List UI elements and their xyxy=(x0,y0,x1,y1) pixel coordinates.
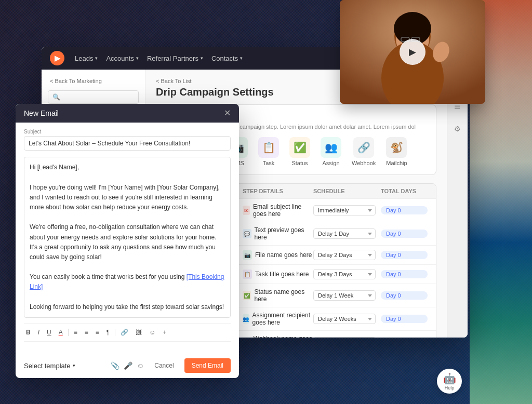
text-color-button[interactable]: A xyxy=(57,328,65,337)
step-detail-2: 💬 Text preview goes here xyxy=(243,226,313,241)
align-center-button[interactable]: ≡ xyxy=(83,328,90,337)
step-type-assign[interactable]: 👥 Assign xyxy=(321,137,341,166)
microphone-icon[interactable]: 🎤 xyxy=(124,361,132,370)
modal-footer: Select template ▾ 📎 🎤 ☺ Cancel Send Emai… xyxy=(16,353,239,378)
play-button[interactable]: ▶ xyxy=(400,39,425,65)
nav-items: Leads ▾ Accounts ▾ Referral Partners ▾ C… xyxy=(75,55,243,62)
schedule-select-3[interactable]: Delay 2 Days xyxy=(313,250,376,260)
editor-toolbar: B I U A ≡ ≡ ≡ ¶ 🔗 🖼 ☺ + xyxy=(24,323,231,342)
schedule-select-4[interactable]: Delay 3 Days xyxy=(313,269,376,279)
nav-referral-partners[interactable]: Referral Partners ▾ xyxy=(147,55,203,62)
modal-header: New Email ✕ xyxy=(16,104,239,123)
bold-button[interactable]: B xyxy=(24,328,33,337)
day-badge-6: Day 0 xyxy=(381,315,428,323)
help-label: Help xyxy=(445,385,455,390)
step-detail-6: 👥 Assignment recipient goes here xyxy=(243,312,313,326)
email-body-para1: I hope you're doing well! I'm [Your Name… xyxy=(30,183,225,213)
modal-body: Subject Hi [Lead's Name], I hope you're … xyxy=(16,123,239,353)
step-type-task[interactable]: 📋 Task xyxy=(258,137,279,166)
email-body-para3: You can easily book a time that works be… xyxy=(30,272,225,292)
step-type-status[interactable]: ✅ Status xyxy=(289,137,310,166)
underline-button[interactable]: U xyxy=(45,328,54,337)
paragraph-button[interactable]: ¶ xyxy=(104,328,112,337)
modal-title: New Email xyxy=(24,109,59,117)
nav-accounts[interactable]: Accounts ▾ xyxy=(106,55,138,62)
italic-button[interactable]: I xyxy=(36,328,42,337)
step-detail-4: 📋 Task title goes here xyxy=(243,270,313,279)
settings-icon[interactable]: ⚙ xyxy=(450,122,465,136)
day-badge-4: Day 0 xyxy=(381,270,428,278)
subject-label: Subject xyxy=(24,129,231,134)
day-badge-1: Day 0 xyxy=(381,206,428,214)
modal-close-button[interactable]: ✕ xyxy=(224,109,231,117)
schedule-select-1[interactable]: Immediately Delay 1 Day Delay 2 Days xyxy=(313,205,376,216)
subject-input[interactable] xyxy=(24,136,231,151)
back-to-marketing[interactable]: < Back To Marketing xyxy=(42,76,145,90)
day-badge-5: Day 0 xyxy=(381,291,428,300)
help-button[interactable]: 🤖 Help xyxy=(437,369,462,394)
cancel-button[interactable]: Cancel xyxy=(148,359,180,372)
send-email-button[interactable]: Send Email xyxy=(184,358,231,373)
video-thumbnail[interactable]: ▶ xyxy=(340,0,485,104)
nav-contacts[interactable]: Contacts ▾ xyxy=(211,55,243,62)
emoji-button[interactable]: ☺ xyxy=(147,328,157,337)
more-options-button[interactable]: + xyxy=(161,328,168,337)
day-badge-2: Day 0 xyxy=(381,230,428,238)
link-button[interactable]: 🔗 xyxy=(118,328,130,337)
step-detail-3: 📷 File name goes here xyxy=(243,250,313,260)
align-left-button[interactable]: ≡ xyxy=(72,328,79,337)
email-modal: New Email ✕ Subject Hi [Lead's Name], I … xyxy=(16,104,239,378)
email-body-greeting: Hi [Lead's Name], xyxy=(30,163,225,172)
attachment-icon[interactable]: 📎 xyxy=(111,361,119,370)
list-button[interactable]: ≡ xyxy=(94,328,101,337)
schedule-select-6[interactable]: Delay 2 Weeks xyxy=(313,314,376,324)
nav-logo: ▶ xyxy=(50,51,64,65)
step-detail-7: 🔗 Webhook name goes here xyxy=(243,335,313,338)
sidebar-search-input[interactable] xyxy=(48,90,139,104)
footer-actions: 📎 🎤 ☺ Cancel Send Email xyxy=(111,358,231,373)
schedule-select-7[interactable]: Delay 3 Weeks xyxy=(313,337,376,338)
emoji-footer-icon[interactable]: ☺ xyxy=(137,361,144,370)
email-body-para2: We're offering a free, no-obligation con… xyxy=(30,222,225,262)
day-badge-3: Day 0 xyxy=(381,251,428,259)
email-body-closing: Looking forward to helping you take the … xyxy=(30,302,225,312)
schedule-select-2[interactable]: Delay 1 Day Immediately xyxy=(313,228,376,239)
image-button[interactable]: 🖼 xyxy=(134,328,144,337)
step-detail-5: ✅ Status name goes here xyxy=(243,288,313,303)
step-detail-1: ✉ Email subject line goes here xyxy=(243,203,313,218)
schedule-select-5[interactable]: Delay 1 Week xyxy=(313,290,376,301)
help-robot-icon: 🤖 xyxy=(443,372,456,385)
right-sidebar: ✉ ☰ ⚙ xyxy=(447,70,468,338)
nav-leads[interactable]: Leads ▾ xyxy=(75,55,98,62)
step-type-webhook[interactable]: 🔗 Webhook xyxy=(352,137,376,166)
email-body-content[interactable]: Hi [Lead's Name], I hope you're doing we… xyxy=(24,157,231,318)
select-template-button[interactable]: Select template ▾ xyxy=(24,362,75,370)
step-type-mailchip[interactable]: 🐒 Mailchip xyxy=(386,137,407,166)
